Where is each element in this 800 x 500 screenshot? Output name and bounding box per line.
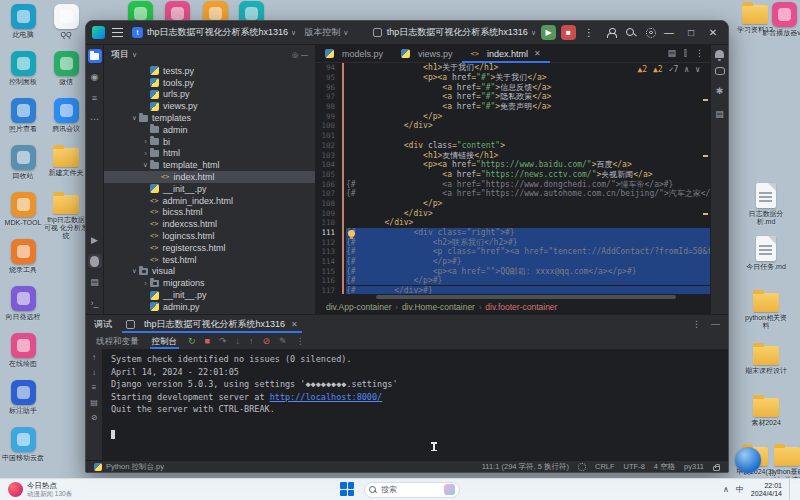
desktop-icon-todo-md[interactable]: 今日任务.md [744,236,788,271]
desktop-icon-sunflower-remote[interactable]: 向日葵远程 [1,286,45,321]
collapse-all-icon[interactable]: — [301,51,308,58]
close-button[interactable]: ✕ [704,27,722,38]
terminal-tool-icon[interactable]: ›_ [88,296,102,310]
start-button[interactable] [340,482,355,497]
edit-run-config-icon[interactable]: ✎ [279,336,287,346]
soft-wrap-icon[interactable]: ≡ [92,383,97,392]
tab-models-py[interactable]: models.py [316,45,392,63]
inspections-widget[interactable]: ▲2 ▲2 ✓7 ∧∨ [637,65,700,74]
desktop-icon-material-folder[interactable]: 素材2024 [744,395,788,427]
maximize-button[interactable]: □ [682,27,700,38]
stop-icon[interactable]: ■ [205,336,210,346]
debug-view-tab-threads[interactable]: 线程和变量 [94,333,141,349]
step-into-icon[interactable]: ↓ [236,336,241,346]
tree-expand-icon[interactable]: › [141,138,150,145]
desktop-icon-control-panel[interactable]: 控制面板 [1,51,45,86]
tree-expand-icon[interactable]: › [141,150,150,157]
tree-item-tools-py[interactable]: tools.py [104,77,315,89]
desktop-icon-project-folder[interactable]: thp日志数据可视 化分析系统 [44,192,88,240]
breadcrumb-item[interactable]: div.App-container [326,302,392,312]
news-widget[interactable]: 今日热点 动漫新闻 130条 [0,482,80,498]
tree-item-html[interactable]: ›html [104,148,315,160]
tree-item-views-py[interactable]: views.py [104,100,315,112]
server-url-link[interactable]: http://localhost:8000/ [270,392,383,402]
layout-settings-icon[interactable]: ⋮ [692,319,701,329]
tree-item-tests-py[interactable]: tests.py [104,65,315,77]
main-menu-icon[interactable] [112,28,123,37]
split-editor-icon[interactable]: ⫿ [684,48,687,59]
tree-expand-icon[interactable]: ∨ [130,114,139,122]
clear-console-icon[interactable]: ⊘ [91,413,98,422]
desktop-icon-media-player[interactable]: 影音播放器v.x [762,2,800,37]
desktop-icon-keil-tool[interactable]: 烧录工具 [1,239,45,274]
minimize-button[interactable]: — [660,27,678,38]
code-editor[interactable]: ▲2 ▲2 ✓7 ∧∨ 94 <h1>关于我们</h1>95 <p><a hre… [316,63,710,294]
status-gear-icon[interactable] [578,463,586,471]
tree-item-template_html[interactable]: ∨template_html [104,159,315,171]
desktop-icon-python-folder[interactable]: python相关资料 [744,290,788,330]
horizontal-scrollbar[interactable] [316,294,710,300]
structure-tool-icon[interactable]: ≡ [88,91,102,105]
desktop-icon-this-pc[interactable]: 此电脑 [1,4,45,39]
step-over-icon[interactable]: ↷ [219,336,227,346]
tree-expand-icon[interactable]: ∨ [130,267,139,275]
tree-expand-icon[interactable]: ∨ [141,161,150,169]
mute-breakpoints-icon[interactable]: ⊘ [263,336,271,346]
more-icon[interactable]: ⋮ [296,336,305,346]
search-input[interactable]: 搜索 [364,482,460,498]
settings-gear-icon[interactable] [646,28,656,38]
encoding-indicator[interactable]: UTF-8 [624,462,645,471]
clock[interactable]: 22:01 2024/4/14 [751,482,782,498]
tree-item-urls-py[interactable]: urls.py [104,89,315,101]
step-out-icon[interactable]: ↑ [249,336,254,346]
select-opened-file-icon[interactable]: ◎ [292,51,298,59]
tab-index-html[interactable]: <>index.html✕ [462,45,550,63]
debug-session-tab[interactable]: thp日志数据可视化分析系统hx1316 ✕ [122,315,302,333]
desktop-icon-modeling-app[interactable]: 标注助手 [1,380,45,415]
close-tab-icon[interactable]: ✕ [534,49,541,58]
tree-item-registercss-html[interactable]: <>registercss.html [104,242,315,254]
desktop-icon-recycle-bin[interactable]: 回收站 [1,145,45,180]
user-account-icon[interactable] [606,28,616,38]
more-tools-icon[interactable]: ⋯ [88,112,102,126]
tab-list-icon[interactable]: ▤ [668,48,677,59]
run-button[interactable]: ▶ [541,25,556,40]
tree-item-indexcss-html[interactable]: <>indexcss.html [104,218,315,230]
debug-console[interactable]: System check identified no issues (0 sil… [103,349,728,460]
commit-tool-icon[interactable]: ◉ [88,70,102,84]
tree-item-__init__-py[interactable]: __init__.py [104,289,315,301]
debug-view-tab-console[interactable]: 控制台 [150,333,180,349]
tree-item-templates[interactable]: ∨templates [104,112,315,124]
tab-views-py[interactable]: views.py [392,45,462,63]
search-everywhere-icon[interactable] [626,28,636,38]
python-console-tool-icon[interactable]: ▤ [88,275,102,289]
desktop-icon-log-notes-md[interactable]: 日志数据分 析.md [744,183,788,226]
tree-item-admin_index-html[interactable]: <>admin_index.html [104,195,315,207]
breadcrumb-item[interactable]: div.footer-container [485,302,557,312]
intention-bulb-icon[interactable] [348,230,355,237]
scroll-down-icon[interactable]: ↓ [92,368,96,377]
notifications-bell-icon[interactable] [715,50,724,58]
tree-item-migrations[interactable]: ›migrations [104,277,315,289]
desktop-icon-browser-sphere[interactable] [726,447,770,473]
gradle-icon[interactable]: ▤ [713,107,727,121]
tree-item-logincss-html[interactable]: <>logincss.html [104,230,315,242]
tab-options-icon[interactable]: ⋮ [695,48,704,59]
close-icon[interactable]: ✕ [291,320,298,329]
tree-item-visual[interactable]: ∨visual [104,266,315,278]
vcs-widget[interactable]: 版本控制 [304,26,340,39]
run-tool-icon[interactable]: ▶ [88,233,102,247]
database-icon[interactable] [715,67,725,75]
more-actions-icon[interactable]: ⋮ [580,27,598,38]
debug-tool-icon[interactable] [88,254,102,268]
desktop-icon-mdk-tool[interactable]: MDK-TOOL [1,192,45,227]
tray-expand-icon[interactable]: ∧ [723,485,729,494]
show-desktop-button[interactable] [789,479,792,500]
line-ending-indicator[interactable]: CRLF [595,462,615,471]
print-icon[interactable]: ▤ [90,398,98,407]
hide-panel-icon[interactable]: — [711,319,720,329]
desktop-icon-qq[interactable]: QQ [44,4,88,39]
ai-assistant-icon[interactable]: ✱ [713,84,727,98]
desktop-icon-mobile-cloud[interactable]: 中国移动云盘 [1,427,45,462]
read-lock-icon[interactable] [713,466,720,471]
